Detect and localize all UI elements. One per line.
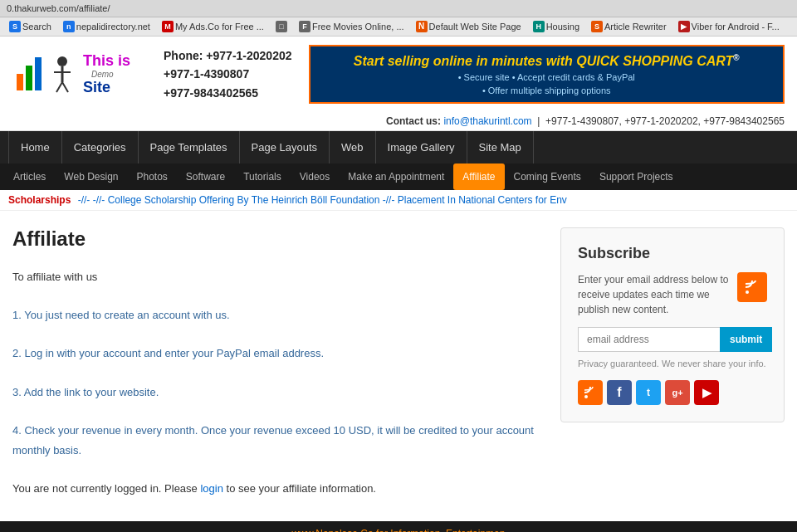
- twitter-icon[interactable]: t: [636, 380, 661, 405]
- social-icons-row: f t g+ ▶: [578, 380, 767, 405]
- step-3: 3. Add the link to your website.: [12, 383, 544, 402]
- subnav-articles[interactable]: Articles: [4, 164, 55, 190]
- bookmark-icon-search: S: [9, 21, 21, 32]
- subscribe-desc-text: Enter your email address below to receiv…: [578, 272, 731, 317]
- svg-rect-0: [17, 74, 23, 90]
- logo-svg: [12, 49, 79, 99]
- ticker-text: College Scholarship Offering By The Hein…: [108, 194, 567, 206]
- contact-bar: Contact us: info@thakurintl.com | +977-1…: [0, 112, 797, 131]
- ticker-separator: -//- -//-: [78, 194, 105, 206]
- nav-page-templates[interactable]: Page Templates: [139, 131, 240, 164]
- bookmark-articlerewriter[interactable]: S Article Rewriter: [587, 20, 671, 33]
- ad-headline-text: Start selling online in minutes with: [354, 54, 576, 68]
- ad-sub1: • Secure site • Accept credit cards & Pa…: [320, 72, 773, 82]
- subnav-tutorials[interactable]: Tutorials: [234, 164, 291, 190]
- bookmark-icon-default: N: [416, 21, 428, 32]
- login-text-before: You are not currently logged in. Please: [12, 482, 198, 495]
- footer-bar: www.Nepalese.Co for Information, Enterta…: [0, 521, 797, 532]
- site-wrapper: This is Demo Site Phone: +977-1-2020202 …: [0, 37, 797, 532]
- bookmark-label-search: Search: [22, 22, 51, 32]
- page-title: Affiliate: [12, 227, 544, 251]
- phone-label: Phone:: [164, 49, 203, 62]
- ad-headline: Start selling online in minutes with QUI…: [320, 53, 773, 69]
- subnav-affiliate[interactable]: Affiliate: [453, 164, 504, 190]
- subnav-videos[interactable]: Videos: [291, 164, 339, 190]
- phone-area: Phone: +977-1-2020202 +977-1-4390807 +97…: [164, 46, 292, 102]
- svg-line-7: [62, 82, 68, 92]
- nav-categories[interactable]: Categories: [62, 131, 139, 164]
- subnav-appointment[interactable]: Make an Appointment: [339, 164, 453, 190]
- logo-text-1: This is: [83, 52, 130, 70]
- bookmark-icon-article: S: [591, 21, 603, 32]
- intro-text: To affiliate with us: [12, 267, 544, 286]
- facebook-icon[interactable]: f: [607, 380, 632, 405]
- email-input[interactable]: [578, 327, 720, 352]
- bookmark-housing[interactable]: H Housing: [529, 20, 584, 33]
- subscribe-title: Subscribe: [578, 245, 767, 262]
- bookmark-label-article: Article Rewriter: [604, 22, 667, 32]
- bookmark-icon-viber: ▶: [678, 21, 690, 32]
- svg-rect-1: [26, 66, 32, 90]
- svg-point-3: [57, 56, 67, 66]
- rss-feed-icon: [737, 272, 767, 302]
- svg-point-8: [746, 290, 749, 294]
- login-text: You are not currently logged in. Please …: [12, 479, 544, 498]
- subnav-webdesign[interactable]: Web Design: [55, 164, 127, 190]
- nav-web[interactable]: Web: [330, 131, 376, 164]
- bookmark-icon-blank: □: [276, 21, 287, 32]
- bookmark-viber[interactable]: ▶ Viber for Android - F...: [674, 20, 784, 33]
- phone-line2: +977-1-4390807: [164, 65, 292, 83]
- bookmark-label-myads: My Ads.Co for Free ...: [175, 22, 264, 32]
- privacy-text: Privacy guaranteed. We never share your …: [578, 359, 767, 368]
- bookmark-defaultsite[interactable]: N Default Web Site Page: [412, 20, 526, 33]
- ad-banner[interactable]: Start selling online in minutes with QUI…: [309, 45, 785, 104]
- contact-email[interactable]: info@thakurintl.com: [443, 115, 531, 127]
- ticker-link[interactable]: Scholarships: [8, 194, 71, 206]
- main-content: Affiliate To affiliate with us 1. You ju…: [12, 227, 560, 505]
- bookmark-myads[interactable]: M My Ads.Co for Free ...: [158, 20, 268, 33]
- logo-area: This is Demo Site: [12, 49, 130, 99]
- ad-sub2: • Offer multiple shipping options: [320, 85, 773, 95]
- bookmarks-bar: S Search n nepalidirectory.net M My Ads.…: [0, 17, 797, 37]
- logo-text-3: Site: [83, 79, 130, 96]
- submit-button[interactable]: submit: [720, 327, 772, 352]
- youtube-icon[interactable]: ▶: [694, 380, 719, 405]
- bookmark-icon-movies: F: [299, 21, 310, 32]
- subnav-software[interactable]: Software: [177, 164, 234, 190]
- subscribe-box: Subscribe Enter your email address below…: [560, 227, 785, 422]
- subnav-photos[interactable]: Photos: [128, 164, 177, 190]
- footer-text: www.Nepalese.Co for Information, Enterta…: [292, 528, 506, 532]
- sidebar: Subscribe Enter your email address below…: [560, 227, 785, 505]
- bookmark-icon-housing: H: [533, 21, 545, 32]
- bookmark-blank[interactable]: □: [271, 20, 291, 33]
- bookmark-label-movies: Free Movies Online, ...: [312, 22, 404, 32]
- nav-page-layouts[interactable]: Page Layouts: [240, 131, 330, 164]
- bookmark-search[interactable]: S Search: [5, 20, 56, 33]
- contact-label: Contact us:: [386, 115, 441, 127]
- contact-phones: +977-1-4390807, +977-1-2020202, +977-984…: [545, 115, 785, 127]
- url-text: 0.thakurweb.com/affiliate/: [7, 3, 110, 13]
- bookmark-freemovies[interactable]: F Free Movies Online, ...: [295, 20, 408, 33]
- sub-nav: Articles Web Design Photos Software Tuto…: [0, 164, 797, 190]
- bookmark-label-viber: Viber for Android - F...: [692, 22, 780, 32]
- bookmark-nepalidirectory[interactable]: n nepalidirectory.net: [59, 20, 154, 33]
- google-plus-icon[interactable]: g+: [665, 380, 690, 405]
- logo-text-block: This is Demo Site: [83, 52, 130, 96]
- step-4: 4. Check your revenue in every month. On…: [12, 421, 544, 460]
- nav-image-gallery[interactable]: Image Gallery: [376, 131, 467, 164]
- ad-trademark: ®: [733, 53, 739, 62]
- site-header: This is Demo Site Phone: +977-1-2020202 …: [0, 37, 797, 112]
- nav-site-map[interactable]: Site Map: [467, 131, 534, 164]
- svg-rect-2: [35, 57, 42, 90]
- phone-line1: Phone: +977-1-2020202: [164, 46, 292, 65]
- rss-icon[interactable]: [578, 380, 603, 405]
- subnav-support[interactable]: Support Projects: [590, 164, 682, 190]
- nav-home[interactable]: Home: [8, 131, 62, 164]
- main-nav: Home Categories Page Templates Page Layo…: [0, 131, 797, 164]
- bookmark-label-nepal: nepalidirectory.net: [76, 22, 150, 32]
- url-bar[interactable]: 0.thakurweb.com/affiliate/: [0, 0, 797, 17]
- subnav-coming-events[interactable]: Coming Events: [505, 164, 590, 190]
- svg-line-6: [56, 82, 62, 92]
- login-link[interactable]: login: [200, 482, 222, 495]
- bookmark-icon-myads: M: [162, 21, 174, 32]
